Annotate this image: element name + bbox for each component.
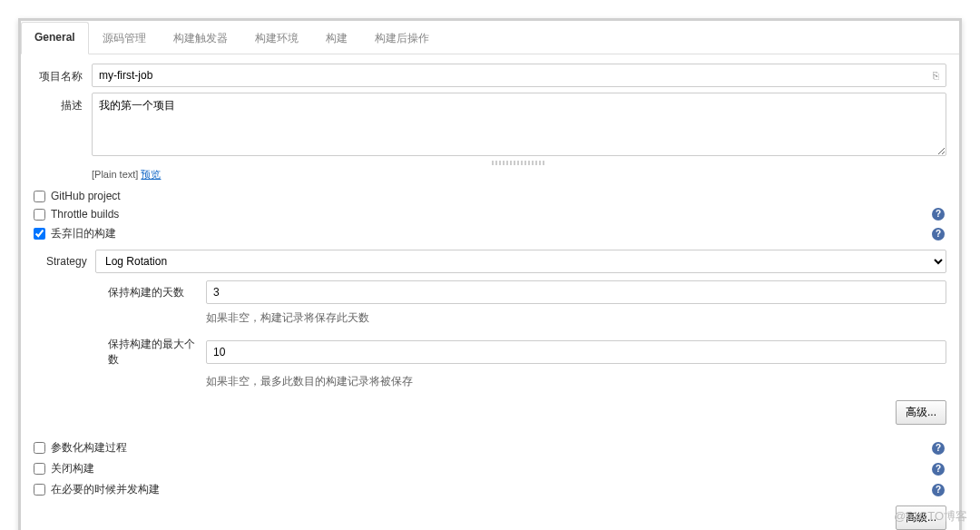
disable-build-label: 关闭构建: [51, 461, 94, 476]
tab-bar: General 源码管理 构建触发器 构建环境 构建 构建后操作: [21, 21, 959, 54]
strategy-select[interactable]: Log Rotation: [95, 250, 946, 273]
max-keep-input[interactable]: [206, 340, 946, 364]
project-name-input[interactable]: [92, 64, 946, 87]
strategy-label: Strategy: [46, 255, 95, 268]
discard-old-row: 丢弃旧的构建 ?: [34, 223, 946, 244]
concurrent-build-row: 在必要的时候并发构建 ?: [34, 479, 946, 500]
max-keep-label: 保持构建的最大个数: [108, 337, 206, 368]
help-icon[interactable]: ?: [932, 208, 945, 221]
help-icon[interactable]: ?: [932, 484, 945, 496]
form-content: 项目名称 ⎘ 描述 我的第一个项目 [Plain text] 预览 GitHub…: [21, 54, 959, 530]
github-project-row: GitHub project: [34, 187, 946, 205]
param-build-label: 参数化构建过程: [51, 440, 127, 456]
days-keep-label: 保持构建的天数: [108, 285, 206, 300]
github-project-checkbox[interactable]: [34, 191, 45, 202]
disable-build-row: 关闭构建 ?: [34, 458, 946, 479]
tab-post[interactable]: 构建后操作: [361, 22, 443, 54]
description-label: 描述: [34, 93, 92, 113]
project-name-label: 项目名称: [34, 64, 92, 84]
throttle-builds-label: Throttle builds: [51, 208, 119, 221]
tab-general[interactable]: General: [21, 22, 89, 54]
drag-handle-icon[interactable]: [492, 161, 546, 165]
help-icon[interactable]: ?: [932, 463, 945, 476]
param-build-checkbox[interactable]: [34, 442, 45, 454]
discard-old-block: Strategy Log Rotation 保持构建的天数 如果非空，构建记录将…: [34, 250, 946, 425]
tab-env[interactable]: 构建环境: [241, 22, 312, 54]
param-build-row: 参数化构建过程 ?: [34, 437, 946, 458]
throttle-builds-checkbox[interactable]: [34, 209, 45, 221]
days-keep-input[interactable]: [206, 280, 946, 304]
days-keep-desc: 如果非空，构建记录将保存此天数: [206, 308, 946, 326]
advanced-button[interactable]: 高级...: [896, 400, 946, 425]
tab-scm[interactable]: 源码管理: [89, 22, 160, 54]
tab-build[interactable]: 构建: [312, 22, 361, 54]
help-icon[interactable]: ?: [932, 442, 945, 455]
concurrent-build-label: 在必要的时候并发构建: [51, 482, 160, 497]
max-keep-desc: 如果非空，最多此数目的构建记录将被保存: [206, 371, 946, 389]
concurrent-build-checkbox[interactable]: [34, 484, 45, 496]
config-panel: General 源码管理 构建触发器 构建环境 构建 构建后操作 项目名称 ⎘ …: [18, 18, 962, 530]
throttle-builds-row: Throttle builds ?: [34, 205, 946, 223]
description-input[interactable]: 我的第一个项目: [92, 93, 946, 156]
input-hint-icon: ⎘: [933, 70, 939, 81]
disable-build-checkbox[interactable]: [34, 463, 45, 475]
plain-text-label: [Plain text]: [92, 169, 141, 180]
discard-old-checkbox[interactable]: [34, 228, 45, 240]
tab-triggers[interactable]: 构建触发器: [160, 22, 241, 54]
help-icon[interactable]: ?: [932, 228, 945, 240]
watermark: @51CTO博客: [894, 508, 967, 525]
github-project-label: GitHub project: [51, 190, 121, 202]
discard-old-label: 丢弃旧的构建: [51, 226, 116, 241]
description-format-row: [Plain text] 预览: [92, 168, 946, 182]
rotation-settings: 保持构建的天数 如果非空，构建记录将保存此天数 保持构建的最大个数 如果非空，最…: [46, 280, 946, 389]
preview-link[interactable]: 预览: [141, 169, 161, 180]
